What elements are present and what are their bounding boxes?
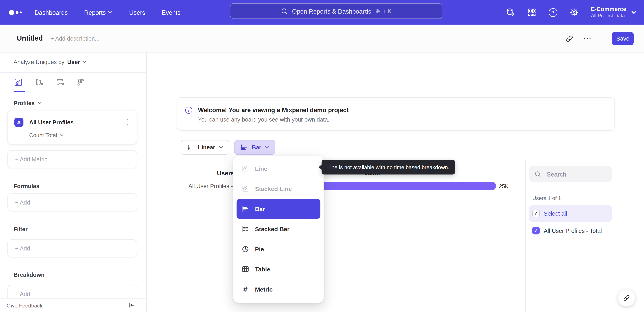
tooltip-text: Line is not available with no time based…: [327, 164, 449, 170]
global-search[interactable]: Open Reports & Dashboards ⌘ + K: [230, 3, 442, 19]
filter-section-heading: Filter: [14, 226, 28, 232]
report-canvas: i Welcome! You are viewing a Mixpanel de…: [146, 52, 644, 312]
help-icon[interactable]: ?: [548, 8, 557, 16]
tab-funnels-icon[interactable]: [34, 78, 44, 87]
menu-item-table-label: Table: [255, 266, 270, 272]
formulas-heading-label: Formulas: [14, 183, 40, 189]
chart-type-label: Bar: [252, 144, 261, 151]
menu-item-table[interactable]: Table: [233, 259, 324, 279]
metric-kebab-icon[interactable]: ⋮: [124, 118, 131, 126]
search-icon: [534, 171, 541, 178]
add-metric-label: + Add Metric: [15, 156, 48, 162]
add-metric-button[interactable]: + Add Metric: [8, 150, 137, 168]
nav-users[interactable]: Users: [129, 9, 145, 16]
chart-type-dropdown[interactable]: Bar: [234, 140, 276, 155]
nav-reports[interactable]: Reports: [84, 9, 113, 16]
disabled-option-tooltip: Line is not available with no time based…: [322, 160, 455, 174]
breakdown-section-heading: Breakdown: [14, 272, 44, 278]
menu-item-pie[interactable]: Pie: [233, 239, 324, 259]
topnav-right: ? E-Commerce All Project Data: [506, 0, 636, 25]
banner-subtitle: You can use any board you see with your …: [198, 116, 330, 123]
menu-item-line: Line: [233, 158, 324, 178]
more-actions-icon[interactable]: ⋯: [583, 36, 592, 40]
copy-link-icon[interactable]: [566, 35, 574, 42]
tab-retention-icon[interactable]: [76, 78, 86, 87]
add-formula-button[interactable]: + Add: [8, 193, 137, 212]
analyze-label: Analyze Uniques by: [14, 59, 64, 65]
nav-events-label: Events: [162, 9, 180, 16]
formulas-section-heading: Formulas: [14, 183, 40, 189]
settings-gear-icon[interactable]: [570, 8, 578, 17]
active-tab-indicator: [14, 91, 25, 92]
menu-item-stacked-line: Stacked Line: [233, 178, 324, 199]
select-all-checkbox[interactable]: ✓: [532, 210, 540, 217]
collapse-sidebar-icon[interactable]: [128, 302, 135, 309]
project-switcher[interactable]: E-Commerce All Project Data: [591, 6, 636, 19]
chevron-down-icon: [60, 134, 64, 137]
select-all-label: Select all: [544, 210, 567, 217]
series-label: All User Profiles - Total: [544, 228, 602, 234]
apps-grid-icon[interactable]: [527, 8, 536, 17]
chevron-down-icon: [108, 11, 113, 14]
chart-row-label: All User Profiles - Total: [146, 183, 246, 189]
menu-item-line-label: Line: [255, 165, 267, 172]
line-chart-icon: [241, 164, 250, 173]
metric-card[interactable]: A All User Profiles ⋮ Count Total: [8, 110, 137, 144]
scale-dropdown[interactable]: Linear: [181, 140, 229, 155]
analyze-entity-dropdown[interactable]: User: [67, 59, 86, 65]
menu-item-metric[interactable]: # Metric: [233, 279, 324, 299]
report-title[interactable]: Untitled: [17, 34, 43, 43]
stacked-line-chart-icon: [241, 184, 250, 193]
metric-name[interactable]: All User Profiles: [29, 119, 74, 126]
tab-flows-icon[interactable]: [56, 78, 65, 87]
mixpanel-logo-icon[interactable]: [9, 0, 22, 25]
menu-item-stacked-bar-label: Stacked Bar: [255, 226, 290, 232]
stacked-bar-chart-icon: [241, 225, 250, 233]
report-actions: ⋯ Save: [566, 25, 634, 53]
chart-type-menu: Line Stacked Line Bar Stacked Bar Pie Ta…: [233, 156, 324, 302]
metric-aggregation-dropdown[interactable]: Count Total: [29, 132, 64, 138]
series-search[interactable]: [529, 166, 612, 182]
series-search-input[interactable]: [546, 170, 605, 178]
breakdown-heading-label: Breakdown: [14, 272, 44, 278]
panel-divider: [525, 160, 526, 312]
mixpanel-app: Dashboards Reports Users Events Open Rep…: [0, 0, 644, 312]
select-all-row[interactable]: ✓ Select all: [529, 205, 612, 222]
add-filter-button[interactable]: + Add: [8, 240, 137, 258]
save-button[interactable]: Save: [612, 32, 634, 45]
add-formula-label: + Add: [15, 199, 30, 206]
nav-dashboards[interactable]: Dashboards: [34, 9, 68, 16]
metric-hash-icon: #: [241, 285, 250, 294]
copy-url-button[interactable]: [618, 290, 635, 306]
table-icon: [241, 265, 250, 274]
chevron-down-icon: [219, 146, 224, 149]
chevron-down-icon: [38, 102, 42, 105]
add-breakdown-label: + Add: [15, 291, 30, 297]
query-builder-sidebar: Analyze Uniques by User Profiles: [0, 52, 146, 312]
copy-link-icon: [623, 294, 630, 302]
metric-badge: A: [14, 118, 24, 127]
add-description[interactable]: + Add description...: [50, 35, 100, 42]
project-scope: All Project Data: [591, 13, 626, 19]
bar-chart-icon: [241, 204, 250, 213]
project-name: E-Commerce: [591, 6, 626, 13]
profiles-section-heading[interactable]: Profiles: [14, 100, 42, 106]
menu-item-stacked-bar[interactable]: Stacked Bar: [233, 219, 324, 239]
linear-axis-icon: [186, 144, 194, 152]
series-checkbox[interactable]: ✓: [532, 227, 540, 234]
menu-item-metric-label: Metric: [255, 286, 273, 292]
chart-bar-value: 25K: [499, 183, 509, 189]
data-management-icon[interactable]: [506, 8, 515, 17]
chevron-down-icon: [265, 146, 270, 149]
tab-insights-icon[interactable]: [14, 78, 23, 87]
nav-events[interactable]: Events: [162, 9, 180, 16]
menu-item-bar[interactable]: Bar: [237, 199, 320, 219]
series-row[interactable]: ✓ All User Profiles - Total: [529, 222, 612, 239]
divider: [602, 32, 602, 45]
demo-banner: i Welcome! You are viewing a Mixpanel de…: [176, 97, 615, 130]
give-feedback-link[interactable]: Give Feedback: [6, 302, 42, 309]
menu-item-bar-label: Bar: [255, 206, 265, 212]
sidebar-footer: Give Feedback: [0, 298, 146, 312]
report-type-tabs: [0, 72, 146, 92]
nav-users-label: Users: [129, 9, 145, 16]
